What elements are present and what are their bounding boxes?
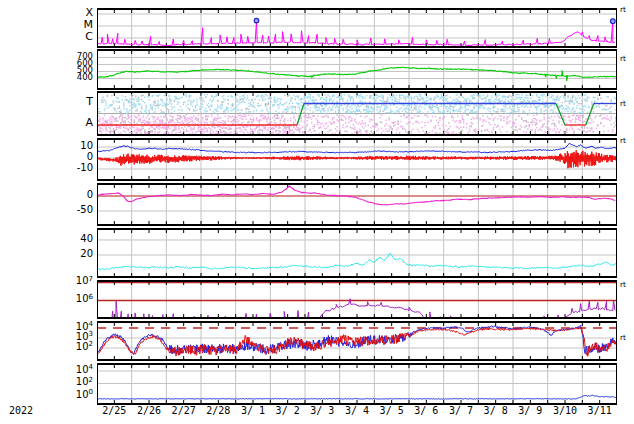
- rt-label: rt: [620, 137, 626, 145]
- protons: [97, 395, 617, 399]
- y-tick-label-p9: 104: [0, 365, 93, 375]
- x-tick-label: 3/ 9: [512, 406, 548, 416]
- panel-high-energy-flux: [97, 281, 617, 324]
- x-tick-label: 3/ 4: [339, 406, 375, 416]
- y-tick-label-p1: M: [0, 19, 93, 30]
- panel-imf-field: [97, 139, 617, 181]
- y-tick-label-p9: 102: [0, 377, 93, 387]
- y-tick-label-p8: 102: [0, 342, 93, 352]
- plot-canvas: [0, 0, 634, 424]
- y-tick-label-p4: 0: [0, 152, 93, 162]
- y-tick-label-p4: 10: [0, 141, 93, 151]
- panel-solar-wind-speed: [97, 50, 617, 90]
- rt-label: rt: [620, 6, 626, 14]
- space-weather-multipanel-plot: 2022 XMC700600500400TA100-100-5040201071…: [0, 0, 634, 424]
- x-tick-label: 3/ 2: [270, 406, 306, 416]
- y-tick-label-p3: A: [0, 117, 93, 128]
- y-tick-label-p3: T: [0, 96, 93, 107]
- x-tick-label: 2/28: [200, 406, 236, 416]
- y-tick-label-p9: 100: [0, 390, 93, 400]
- x-tick-label: 3/ 3: [304, 406, 340, 416]
- y-tick-label-p2: 400: [0, 73, 93, 82]
- year-label: 2022: [2, 406, 40, 416]
- y-tick-label-p1: X: [0, 7, 93, 18]
- y-tick-label-p1: C: [0, 31, 93, 42]
- rt-label: rt: [620, 55, 626, 63]
- y-tick-label-p4: -10: [0, 163, 93, 173]
- panel-proton-flux: [97, 364, 617, 405]
- goes-xray: [97, 21, 615, 46]
- x-tick-label: 3/ 7: [443, 406, 479, 416]
- rt-label: rt: [620, 281, 626, 289]
- y-tick-label-p5: 0: [0, 190, 93, 200]
- bz: [97, 150, 617, 168]
- y-tick-label-p7: 107: [0, 276, 93, 286]
- x-tick-label: 3/ 8: [478, 406, 514, 416]
- rt-label: rt: [620, 334, 626, 342]
- particle-flux: [97, 299, 615, 323]
- flare-event-marker: [254, 18, 259, 23]
- panel-electron-flux: [97, 322, 617, 361]
- y-tick-label-p6: 20: [0, 249, 93, 259]
- y-tick-label-p7: 106: [0, 294, 93, 304]
- panel-t-a-activity: [97, 92, 617, 136]
- flare-event-marker: [611, 19, 616, 24]
- panel-density: [97, 229, 617, 278]
- x-tick-label: 3/ 6: [408, 406, 444, 416]
- activity-level-line: [586, 104, 594, 126]
- y-tick-label-p6: 40: [0, 234, 93, 244]
- panel-dst-index: [97, 184, 617, 226]
- y-tick-label-p5: -50: [0, 205, 93, 215]
- rt-label: rt: [620, 100, 626, 108]
- x-tick-label: 2/27: [166, 406, 202, 416]
- x-tick-label: 3/ 1: [235, 406, 271, 416]
- panel-xray-flux: [97, 9, 617, 48]
- x-tick-label: 2/25: [96, 406, 132, 416]
- x-tick-label: 3/11: [582, 406, 618, 416]
- x-tick-label: 2/26: [131, 406, 167, 416]
- plasma-density: [97, 253, 617, 269]
- x-tick-label: 3/ 5: [374, 406, 410, 416]
- bt: [97, 143, 617, 153]
- x-tick-label: 3/10: [547, 406, 583, 416]
